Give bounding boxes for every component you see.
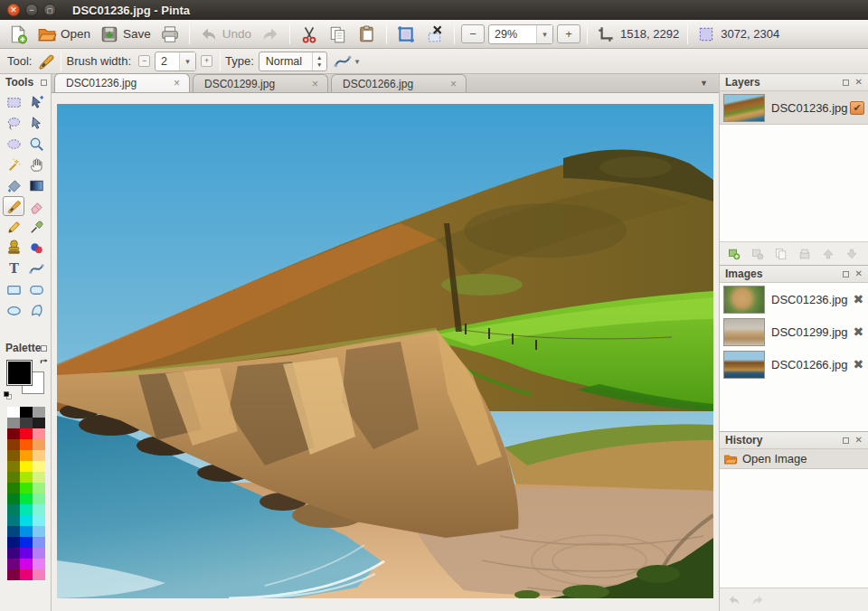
- copy-button[interactable]: [324, 23, 353, 46]
- tool-rectangle[interactable]: [3, 279, 24, 299]
- tool-rounded-rectangle[interactable]: [25, 279, 47, 299]
- brush-width-increase-button[interactable]: +: [201, 55, 212, 67]
- layer-visible-checkbox[interactable]: ✔: [850, 101, 864, 115]
- palette-swatch[interactable]: [20, 407, 33, 418]
- chevron-down-icon[interactable]: ▾: [179, 52, 195, 70]
- palette-swatch[interactable]: [7, 461, 20, 472]
- tab-dsc01299[interactable]: DSC01299.jpg ×: [193, 74, 328, 92]
- add-layer-button[interactable]: [723, 244, 745, 263]
- canvas-image[interactable]: [57, 104, 713, 598]
- history-redo-button[interactable]: [747, 590, 769, 609]
- close-panel-icon[interactable]: ✕: [855, 78, 863, 87]
- tool-zoom[interactable]: [25, 134, 47, 154]
- palette-swatch[interactable]: [7, 569, 20, 580]
- delete-layer-button[interactable]: [747, 244, 769, 263]
- tab-dsc01266[interactable]: DSC01266.jpg ×: [331, 74, 467, 92]
- palette-swatch[interactable]: [7, 418, 20, 428]
- save-button[interactable]: Save: [95, 23, 156, 46]
- tool-move[interactable]: [25, 113, 47, 133]
- duplicate-layer-button[interactable]: [770, 244, 792, 263]
- palette-swatch[interactable]: [33, 418, 45, 428]
- palette-swatch[interactable]: [7, 494, 20, 504]
- brush-width-decrease-button[interactable]: −: [138, 55, 150, 67]
- palette-swatch[interactable]: [33, 472, 45, 483]
- palette-swatch[interactable]: [33, 548, 45, 559]
- tool-color-picker[interactable]: [25, 217, 47, 237]
- move-layer-up-button[interactable]: [817, 244, 839, 263]
- palette-swatch[interactable]: [33, 483, 45, 494]
- palette-swatch[interactable]: [20, 472, 33, 483]
- detach-panel-icon[interactable]: [41, 345, 47, 352]
- tool-gradient[interactable]: [25, 175, 47, 195]
- open-button[interactable]: Open: [33, 23, 95, 46]
- move-layer-down-button[interactable]: [841, 244, 863, 263]
- tool-recolor[interactable]: [25, 238, 47, 258]
- tab-close-icon[interactable]: ×: [170, 77, 184, 89]
- palette-swatch[interactable]: [20, 439, 33, 450]
- crop-button[interactable]: [392, 23, 420, 46]
- zoom-out-button[interactable]: −: [461, 24, 485, 43]
- palette-swatch[interactable]: [33, 494, 45, 504]
- brush-width-combo[interactable]: 2 ▾: [155, 52, 196, 71]
- palette-swatch[interactable]: [7, 472, 20, 483]
- palette-swatch[interactable]: [7, 439, 20, 450]
- tool-clone-stamp[interactable]: [3, 238, 24, 258]
- paste-button[interactable]: [353, 23, 382, 46]
- tool-paintbrush[interactable]: [3, 196, 24, 216]
- close-image-icon[interactable]: ✖: [848, 324, 868, 339]
- palette-swatch[interactable]: [20, 515, 33, 526]
- palette-swatch[interactable]: [33, 428, 45, 439]
- swap-colors-icon[interactable]: [39, 358, 50, 369]
- close-panel-icon[interactable]: ✕: [855, 436, 863, 445]
- cut-button[interactable]: [295, 23, 324, 46]
- palette-swatch[interactable]: [20, 504, 33, 515]
- close-image-icon[interactable]: ✖: [848, 357, 868, 371]
- new-image-button[interactable]: [4, 23, 33, 46]
- tool-ellipse-select[interactable]: [3, 134, 24, 154]
- palette-swatch[interactable]: [33, 461, 45, 472]
- palette-swatch[interactable]: [20, 569, 33, 580]
- palette-swatch[interactable]: [20, 450, 33, 461]
- tool-move-selection[interactable]: [25, 92, 47, 112]
- window-minimize-button[interactable]: −: [25, 4, 38, 16]
- palette-swatch[interactable]: [20, 559, 33, 569]
- close-image-icon[interactable]: ✖: [848, 292, 868, 306]
- image-row[interactable]: DSC01299.jpg ✖: [720, 315, 868, 348]
- blend-type-spinner[interactable]: Normal ▲▼: [259, 52, 327, 71]
- tab-list-button[interactable]: ▼: [696, 77, 712, 89]
- tool-pan[interactable]: [25, 155, 47, 174]
- zoom-combo[interactable]: 29%▾: [488, 24, 553, 44]
- palette-swatch[interactable]: [7, 548, 20, 559]
- tab-dsc01236[interactable]: DSC01236.jpg ×: [54, 73, 190, 92]
- palette-swatch[interactable]: [33, 515, 45, 526]
- window-close-button[interactable]: ✕: [7, 4, 20, 16]
- palette-swatch[interactable]: [33, 569, 45, 580]
- tool-ellipse[interactable]: [3, 300, 24, 320]
- detach-panel-icon[interactable]: [843, 437, 849, 444]
- history-undo-button[interactable]: [723, 590, 745, 609]
- stroke-style-dropdown[interactable]: ▾: [333, 52, 360, 71]
- primary-color-swatch[interactable]: [7, 361, 32, 385]
- undo-button[interactable]: Undo: [194, 23, 256, 46]
- history-item[interactable]: Open Image: [720, 449, 868, 469]
- palette-swatch[interactable]: [7, 559, 20, 569]
- image-row[interactable]: DSC01266.jpg ✖: [720, 348, 868, 381]
- palette-swatch[interactable]: [7, 407, 20, 418]
- palette-swatch[interactable]: [20, 461, 33, 472]
- tab-close-icon[interactable]: ×: [308, 78, 322, 90]
- detach-panel-icon[interactable]: [843, 80, 849, 86]
- detach-panel-icon[interactable]: [41, 80, 47, 86]
- tool-line-curve[interactable]: [25, 258, 47, 278]
- zoom-in-button[interactable]: +: [557, 24, 580, 43]
- tool-eraser[interactable]: [25, 196, 47, 216]
- palette-swatch[interactable]: [7, 483, 20, 494]
- palette-swatch[interactable]: [20, 537, 33, 548]
- palette-swatch[interactable]: [33, 537, 45, 548]
- palette-swatch[interactable]: [20, 418, 33, 428]
- palette-swatch[interactable]: [7, 428, 20, 439]
- palette-swatch[interactable]: [33, 559, 45, 569]
- palette-swatch[interactable]: [20, 428, 33, 439]
- palette-swatch[interactable]: [7, 504, 20, 515]
- palette-swatch[interactable]: [33, 407, 45, 418]
- palette-swatch[interactable]: [7, 537, 20, 548]
